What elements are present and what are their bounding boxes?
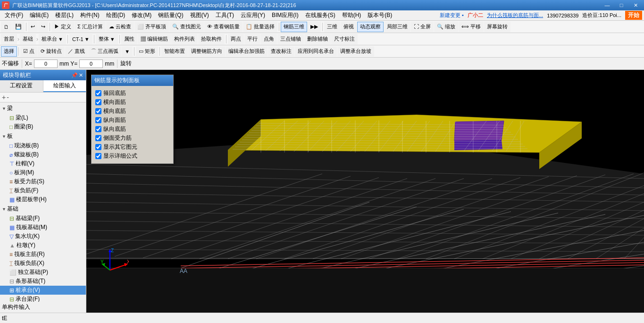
menu-floor[interactable]: 楼层(L) <box>52 10 76 20</box>
start-button[interactable]: 开始 <box>625 11 642 20</box>
tree-item-raft-main-rebar[interactable]: ≡ 筏板主筋(R) <box>0 250 86 259</box>
menu-view[interactable]: 视图(V) <box>187 10 212 20</box>
tb-level-top[interactable]: ⬜ 齐平板顶 <box>134 22 169 32</box>
tb-view-rebar[interactable]: 👁 查看钢筋量 <box>204 22 243 32</box>
tb-two-points[interactable]: 两点 <box>228 34 244 44</box>
tb-calc[interactable]: Σ 汇总计算 <box>75 22 106 32</box>
tb-select[interactable]: 选择 <box>1 46 17 57</box>
menu-online[interactable]: 在线服务(S) <box>302 10 338 20</box>
tree-item-col-pier[interactable]: ▲ 柱墩(Y) <box>0 241 86 250</box>
tb-batch-select[interactable]: 📋 批量选择 <box>243 22 277 32</box>
tree-item-pile-cap[interactable]: ⊞ 桩承台(V) <box>0 286 86 295</box>
tree-item-slab-hole[interactable]: ○ 板洞(M) <box>0 168 86 177</box>
minimize-button[interactable]: — <box>601 1 614 9</box>
tb-rotate-point[interactable]: ⟳ 旋转点 <box>38 46 65 57</box>
menu-rebar-qty[interactable]: 钢筋量(Q) <box>155 10 186 20</box>
viewport[interactable]: AA 钢筋显示控制面板 箍回底筋 横向面筋 横向底筋 <box>86 70 644 313</box>
cb-zongdijin[interactable] <box>95 126 101 132</box>
tb-arc[interactable]: ⌒ 三点画弧 <box>88 46 121 57</box>
menu-cloud[interactable]: 云应用(Y) <box>238 10 268 20</box>
maximize-button[interactable]: □ <box>615 1 628 9</box>
tb-fullscreen[interactable]: ⛶ 全屏 <box>411 22 434 32</box>
tb-apply-same-cap[interactable]: 应用到同名承台 <box>295 46 337 57</box>
cb-cejin[interactable] <box>95 135 101 141</box>
tree-item-slab-rebar[interactable]: ≡ 板受力筋(S) <box>0 177 86 186</box>
sidebar-minus-icon[interactable]: - <box>7 94 9 101</box>
tb-rebar-3d[interactable]: 钢筋三维 <box>281 22 307 32</box>
y-input[interactable] <box>79 60 103 68</box>
tb-cloud-check[interactable]: ☁ 云检查 <box>106 22 134 32</box>
nav-draw-input[interactable]: 绘图输入 <box>43 80 86 92</box>
tb-parallel[interactable]: 平行 <box>244 34 260 44</box>
tb-arc-type[interactable]: ▼ <box>122 46 133 57</box>
tree-item-raft[interactable]: ▦ 筏板基础(M) <box>0 223 86 232</box>
tb-undo[interactable]: ↩ <box>28 22 38 32</box>
tree-item-sump[interactable]: ▽ 集水坑(K) <box>0 232 86 241</box>
tb-save[interactable]: 💾 <box>12 22 25 32</box>
rebar-panel-title[interactable]: 钢筋显示控制面板 <box>92 75 173 86</box>
tb-properties[interactable]: 属性 <box>121 34 137 44</box>
tb-top-view[interactable]: 俯视 <box>341 22 357 32</box>
tb-dim[interactable]: 尺寸标注 <box>331 34 358 44</box>
tb-rect[interactable]: ▭ 矩形 <box>136 46 158 57</box>
x-input[interactable] <box>34 60 58 68</box>
tb-partial-3d[interactable]: 局部三维 <box>384 22 410 32</box>
tree-item-strip-found[interactable]: ⊟ 条形基础(T) <box>0 277 86 286</box>
tree-group-found-label[interactable]: ▼ 基础 <box>0 204 86 214</box>
nav-project-settings[interactable]: 工程设置 <box>0 80 43 92</box>
tree-item-spiral-slab[interactable]: ⌀ 螺旋板(B) <box>0 150 86 159</box>
tb-edit-cap-rebar[interactable]: 编辑承台加强筋 <box>226 46 268 57</box>
tb-element-type[interactable]: 桩承台 ▼ <box>39 34 66 44</box>
tb-three-point-axis[interactable]: 三点铺轴 <box>277 34 304 44</box>
tb-find[interactable]: 🔍 查找图元 <box>169 22 204 32</box>
menu-edit[interactable]: 编辑(E) <box>27 10 51 20</box>
tb-zoom[interactable]: 🔍 缩放 <box>434 22 458 32</box>
tb-pan[interactable]: ⟺ 平移 <box>459 22 484 32</box>
menu-modify[interactable]: 修改(M) <box>129 10 154 20</box>
notif-link[interactable]: 为什么筏板的底筋与面... <box>487 12 543 19</box>
menu-help[interactable]: 帮助(H) <box>339 10 364 20</box>
sidebar-pin-icon[interactable]: 📌 <box>71 72 78 78</box>
tree-item-found-beam[interactable]: ⊟ 基础梁(F) <box>0 214 86 223</box>
tb-adjust-dir[interactable]: 调整钢筋方向 <box>188 46 225 57</box>
tree-item-cap-beam[interactable]: ⊟ 承台梁(F) <box>0 295 86 302</box>
tb-3d[interactable]: 三维 <box>324 22 340 32</box>
single-element-input[interactable]: 单构件输入 <box>0 302 86 313</box>
cb-hengdijin[interactable] <box>95 108 101 114</box>
tree-item-beam[interactable]: ⊟ 梁(L) <box>0 113 86 122</box>
tb-new[interactable]: 🗋 <box>1 22 12 32</box>
menu-element[interactable]: 构件(N) <box>77 10 102 20</box>
tb-element-id[interactable]: CT-1 ▼ <box>69 34 92 44</box>
tb-point-angle[interactable]: 点角 <box>261 34 277 44</box>
tb-del-axis[interactable]: 删除辅轴 <box>304 34 331 44</box>
menu-bim[interactable]: BIM应用(I) <box>269 10 301 20</box>
tree-item-col-cap[interactable]: ⊤ 柱帽(V) <box>0 159 86 168</box>
menu-version[interactable]: 版本号(B) <box>365 10 395 20</box>
menu-tools[interactable]: 工具(T) <box>213 10 237 20</box>
close-button[interactable]: ✕ <box>629 1 642 9</box>
tb-redo[interactable]: ↪ <box>38 22 48 32</box>
tree-item-isolated-found[interactable]: ⬜ 独立基础(P) <box>0 268 86 277</box>
sidebar-add-icon[interactable]: + <box>2 94 6 101</box>
tb-define[interactable]: ▶ 定义 <box>51 22 74 32</box>
tree-item-floor-strip[interactable]: ▦ 楼层板带(H) <box>0 195 86 204</box>
tb-dynamic-view[interactable]: 动态观察 <box>357 22 384 32</box>
tree-item-ring-beam[interactable]: □ 圈梁(B) <box>0 122 86 131</box>
tb-line[interactable]: ／ 直线 <box>65 46 88 57</box>
tb-floor-selector[interactable]: 首层 <box>1 34 17 44</box>
menu-file[interactable]: 文件(F) <box>2 10 26 20</box>
tree-item-cast-slab[interactable]: □ 现浇板(B) <box>0 141 86 150</box>
sidebar-close-icon[interactable]: ✕ <box>79 72 83 78</box>
tb-base-selector[interactable]: 基础 <box>20 34 36 44</box>
tb-check-mark[interactable]: 查改标注 <box>268 46 294 57</box>
cb-show-formula[interactable] <box>95 153 101 159</box>
tb-smart-layout[interactable]: 智能布置 <box>161 46 188 57</box>
tree-group-beam-label[interactable]: ▼ 梁 <box>0 103 86 113</box>
tb-more[interactable]: ▶▶ <box>308 22 321 32</box>
cb-hengjin[interactable] <box>95 99 101 105</box>
tb-element-view[interactable]: 整体 ▼ <box>96 34 118 44</box>
tb-element-list[interactable]: 构件列表 <box>171 34 198 44</box>
tb-pick-element[interactable]: 拾取构件 <box>198 34 225 44</box>
cb-gugudijin[interactable] <box>95 90 101 96</box>
tb-adjust-slope[interactable]: 调整承台放坡 <box>337 46 374 57</box>
